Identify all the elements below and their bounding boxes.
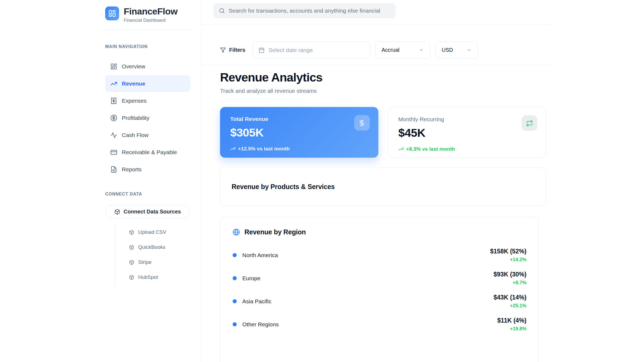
filters-label: Filters [229,47,245,53]
revenue-by-region-card: Revenue by Region North America $158K (5… [220,217,539,362]
kpi-trend-text: +12.5% vs last month [238,146,290,152]
kpi-label: Total Revenue [230,116,368,122]
sidebar-item-label: Expenses [122,98,147,104]
filter-divider [202,65,553,65]
dollar-sign-icon [354,115,370,131]
sidebar-item-label: Revenue [122,80,145,87]
products-card-title: Revenue by Products & Services [232,183,335,191]
region-row-north-america: North America $158K (52%) +14.2% [233,248,526,263]
region-dot [233,299,237,303]
revenue-by-products-card: Revenue by Products & Services [220,168,546,206]
sidebar-item-reports[interactable]: Reports [105,161,190,178]
brand: FinanceFlow Financial Dashboard [105,6,190,23]
sidebar-item-label: Overview [122,63,145,70]
region-name: North America [242,252,278,258]
circle-dollar-sign-icon [110,114,117,121]
connect-item-hubspot[interactable]: HubSpot [115,270,190,285]
main-navigation: Overview Revenue Expenses Profitability … [105,58,190,178]
date-range-field[interactable] [253,42,370,58]
sidebar-item-profitability[interactable]: Profitability [105,110,190,126]
connect-item-stripe[interactable]: Stripe [115,255,190,270]
region-dot [233,276,237,280]
date-range-input[interactable] [269,47,364,53]
accounting-basis-value: Accrual [382,47,400,53]
trending-up-icon [398,146,404,152]
connect-data-sources-button[interactable]: Connect Data Sources [105,205,190,218]
page-title: Revenue Analytics [220,71,323,84]
chevron-down-icon [419,47,424,53]
receipt-icon [110,97,117,104]
region-name: Asia Pacific [242,298,272,305]
region-value: $158K (52%) [490,248,526,255]
app-title: FinanceFlow [124,6,177,16]
funnel-icon [220,47,226,53]
region-dot [233,253,237,257]
package-icon [129,260,134,265]
calendar-icon [259,47,265,53]
page-subtitle: Track and analyze all revenue streams [220,88,317,94]
kpi-value: $305K [230,126,368,139]
trending-up-icon [230,146,236,152]
monthly-recurring-card: Monthly Recurring $45K +8.3% vs last mon… [388,107,546,158]
package-icon [114,209,120,215]
connect-item-quickbooks[interactable]: QuickBooks [115,240,190,255]
region-row-asia-pacific: Asia Pacific $43K (14%) +25.1% [233,294,526,309]
accounting-basis-select[interactable]: Accrual [375,42,430,58]
filter-row: Filters Accrual USD [220,42,478,58]
kpi-trend-text: +8.3% vs last month [406,146,455,152]
region-change: +8.7% [493,280,526,286]
filters-toggle[interactable]: Filters [220,47,245,53]
connect-section-label: CONNECT DATA [105,192,190,197]
app-logo-icon [105,6,119,20]
connect-item-label: Upload CSV [138,229,166,235]
sidebar: FinanceFlow Financial Dashboard MAIN NAV… [0,0,202,362]
repeat-icon [522,115,537,131]
connect-button-label: Connect Data Sources [124,209,181,215]
connect-sources-list: Upload CSV QuickBooks Stripe HubSpot [115,223,190,287]
connect-item-upload-csv[interactable]: Upload CSV [115,225,190,240]
kpi-cards: Total Revenue $305K +12.5% vs last month… [220,107,546,158]
trending-up-icon [110,80,117,87]
nav-section-label: MAIN NAVIGATION [105,44,190,49]
credit-card-icon [110,149,117,156]
currency-value: USD [442,47,453,53]
package-icon [129,245,134,250]
globe-icon [233,228,240,236]
connect-item-label: HubSpot [138,274,158,280]
sidebar-item-revenue[interactable]: Revenue [105,75,190,92]
search-icon [219,8,225,14]
total-revenue-card: Total Revenue $305K +12.5% vs last month [220,107,378,158]
region-value: $11K (4%) [497,317,526,324]
region-row-europe: Europe $93K (30%) +8.7% [233,271,526,286]
region-card-header: Revenue by Region [233,228,526,236]
sidebar-item-label: Cash Flow [122,132,148,138]
connect-item-label: Stripe [138,259,152,265]
currency-select[interactable]: USD [436,42,478,58]
kpi-trend: +12.5% vs last month [230,146,368,152]
global-search[interactable] [214,3,396,18]
chevron-down-icon [467,47,472,53]
region-card-title: Revenue by Region [244,228,306,236]
kpi-value: $45K [398,126,536,139]
sidebar-item-overview[interactable]: Overview [105,58,190,75]
sidebar-item-receivable-payable[interactable]: Receivable & Payable [105,144,190,161]
sidebar-item-expenses[interactable]: Expenses [105,93,190,109]
region-name: Europe [242,275,261,282]
region-change: +19.8% [497,326,526,332]
finance-dashboard-app: FinanceFlow Financial Dashboard MAIN NAV… [0,0,644,362]
connect-item-label: QuickBooks [138,244,165,250]
region-name: Other Regions [242,321,279,328]
sidebar-item-label: Receivable & Payable [122,149,177,156]
region-change: +14.2% [490,257,526,263]
file-text-icon [110,166,117,173]
sidebar-divider [100,30,194,30]
kpi-trend: +8.3% vs last month [398,146,536,152]
region-change: +25.1% [493,303,526,309]
kpi-label: Monthly Recurring [398,116,536,123]
sidebar-item-cash-flow[interactable]: Cash Flow [105,127,190,143]
search-input[interactable] [229,8,390,14]
sidebar-item-label: Reports [122,166,142,173]
layout-dashboard-icon [110,63,117,70]
app-tagline: Financial Dashboard [124,18,177,23]
region-dot [233,322,237,326]
